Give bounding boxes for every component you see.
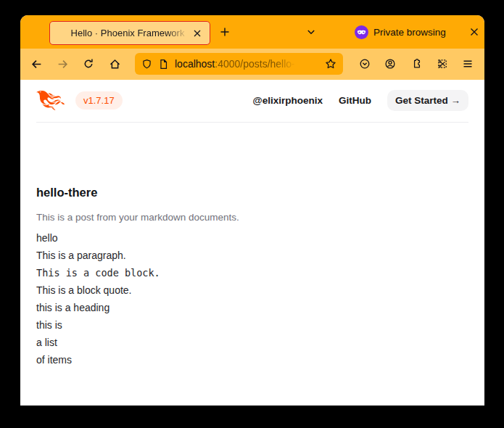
desktop: { "tabbar": { "tab_title": "Hello · Phoe… [0, 0, 504, 428]
plus-icon [219, 26, 231, 38]
new-tab-button[interactable] [215, 22, 235, 42]
arrow-right-icon [57, 58, 69, 70]
post-line: hello [36, 229, 468, 247]
account-button[interactable] [380, 54, 400, 74]
browser-window: Hello · Phoenix Framework Private browsi… [20, 15, 484, 406]
url-path: :4000/posts/hello-t [215, 58, 297, 70]
site-nav: @elixirphoenix GitHub Get Started → [253, 90, 468, 111]
version-badge: v1.7.17 [75, 91, 123, 110]
extensions-button[interactable] [406, 54, 426, 74]
menu-button[interactable] [458, 54, 478, 74]
post-line: this is [36, 316, 468, 334]
private-mask-icon [355, 25, 368, 39]
hamburger-icon [462, 58, 474, 70]
navigation-toolbar: localhost:4000/posts/hello-t [20, 49, 484, 80]
nav-link-github[interactable]: GitHub [339, 95, 371, 106]
post-body: hello This is a paragraph. This is a cod… [36, 229, 468, 369]
list-all-tabs-button[interactable] [301, 22, 321, 42]
private-browsing-badge: Private browsing [355, 22, 446, 42]
screenshot-scissors-icon [437, 58, 448, 70]
url-host: localhost [175, 58, 215, 70]
post-subtitle: This is a post from your markdown docume… [36, 212, 468, 223]
browser-tab-active[interactable]: Hello · Phoenix Framework [49, 21, 210, 45]
puzzle-icon [410, 58, 422, 70]
web-page: v1.7.17 @elixirphoenix GitHub Get Starte… [20, 80, 484, 406]
account-icon [384, 58, 396, 70]
star-icon [325, 58, 336, 70]
page-icon [158, 59, 169, 70]
bookmark-button[interactable] [325, 58, 336, 70]
screenshot-button[interactable] [432, 54, 453, 74]
reload-icon [83, 58, 94, 70]
pocket-icon [359, 58, 371, 70]
url-text: localhost:4000/posts/hello-t [175, 58, 319, 70]
post-line: This is a paragraph. [36, 247, 468, 264]
close-icon [193, 29, 202, 38]
post-content: hello-there This is a post from your mar… [36, 186, 468, 369]
post-line: a list [36, 334, 468, 351]
brand: v1.7.17 [36, 91, 123, 110]
home-icon [109, 58, 121, 70]
private-browsing-label: Private browsing [373, 27, 446, 38]
window-close-button[interactable] [464, 22, 484, 42]
phoenix-logo-icon[interactable] [36, 91, 65, 110]
pocket-button[interactable] [355, 54, 375, 74]
post-line: of items [36, 351, 468, 369]
shield-icon [141, 59, 152, 70]
forward-button[interactable] [52, 54, 73, 74]
tab-close-button[interactable] [189, 25, 205, 41]
site-header: v1.7.17 @elixirphoenix GitHub Get Starte… [36, 80, 468, 123]
url-bar[interactable]: localhost:4000/posts/hello-t [135, 53, 343, 75]
home-button[interactable] [104, 54, 125, 74]
back-button[interactable] [26, 54, 46, 74]
tab-bar: Hello · Phoenix Framework Private browsi… [20, 15, 484, 49]
post-line: this is a heading [36, 299, 468, 316]
reload-button[interactable] [78, 54, 99, 74]
post-title: hello-there [36, 186, 468, 199]
tab-title: Hello · Phoenix Framework [66, 28, 189, 38]
get-started-button[interactable]: Get Started → [387, 90, 468, 111]
nav-link-elixirphoenix[interactable]: @elixirphoenix [253, 95, 323, 106]
post-line-code: This is a code block. [36, 264, 468, 281]
arrow-left-icon [30, 58, 43, 70]
close-icon [469, 27, 479, 37]
post-line: This is a block quote. [36, 281, 468, 299]
chevron-down-icon [305, 26, 317, 38]
